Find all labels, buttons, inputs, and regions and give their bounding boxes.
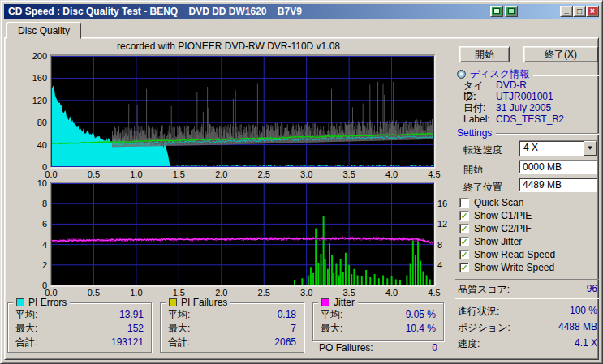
axis-tick-label: 12 [437,219,447,229]
speed-select-value: 4 X [519,141,584,156]
axis-tick-label: 0 [42,280,47,290]
axis-tick-label: 1.0 [130,288,142,298]
position-value: 4488 MB [558,321,597,335]
divider [455,298,599,299]
stat-label: 平均: [321,308,342,322]
checkbox-show-c2-pif[interactable]: ✓Show C2/PIF [459,222,599,235]
checkbox-quick-scan[interactable]: Quick Scan [459,196,599,209]
axis-tick-label: 8 [42,199,47,208]
stat-box-title: PI Failures [181,297,227,308]
position-label: ポジション: [458,321,510,335]
checkbox-label: Quick Scan [474,197,523,208]
read-speed-value: 4.1 X [575,337,597,351]
checkbox-show-read-speed[interactable]: ✓Show Read Speed [459,248,599,261]
divider [496,133,599,135]
disc-info-row: 日付:31 July 2005 [463,102,599,113]
close-button[interactable]: × [586,6,599,17]
settings-header: Settings [457,127,599,139]
stat-value: 0.18 [278,308,296,322]
axis-tick-label: 8 [437,240,442,250]
start-position-label: 開始 [463,163,483,177]
stat-label: 最大: [15,322,37,336]
stat-box-legend: Jitter [318,297,358,308]
stat-value: 152 [127,322,144,336]
disc-info-label: 日付: [463,102,496,113]
jitter-color-swatch [321,298,329,306]
axis-tick-label: 4.0 [385,288,398,298]
quality-score-row: 品質スコア: 96 [458,283,597,297]
window-title: CD Speed : Disc Quality Test - BENQ DVD … [8,6,302,17]
checkbox-show-write-speed[interactable]: ✓Show Write Speed [459,261,599,274]
axis-tick-label: 120 [32,96,47,105]
checkbox-label: Show Write Speed [474,262,554,273]
app-window: CD Speed : Disc Quality Test - BENQ DVD … [0,0,603,364]
axis-tick-label: 3.0 [300,169,312,179]
checkbox-show-c1-pie[interactable]: ✓Show C1/PIE [459,209,599,222]
capture-button[interactable] [490,6,503,17]
exit-button[interactable]: 終了(X) [523,46,598,62]
axis-tick-label: 2 [42,260,47,270]
divider [533,75,599,76]
chart-title: recorded with PIONEER DVD-RW DVR-110D v1… [7,41,450,52]
checkbox-box[interactable]: ✓ [459,263,469,272]
speed-select[interactable]: 4 X ▼ [519,140,597,156]
tab-disc-quality[interactable]: Disc Quality [6,22,81,39]
stat-value: 10.4 % [406,322,436,336]
checkbox-label: Show Read Speed [474,249,555,260]
stat-row: 合計:193121 [8,336,151,349]
pi-failures-color-swatch [169,298,177,306]
checkbox-box[interactable]: ✓ [459,250,469,259]
disc-info-label: タイプ: [463,79,496,91]
axis-tick-label: 160 [32,73,47,83]
stat-row: 平均:13.91 [8,308,151,322]
axis-tick-label: 80 [37,118,47,127]
stat-value: 9.05 % [406,308,436,322]
checkbox-box[interactable]: ✓ [459,211,469,221]
checkbox-show-jitter[interactable]: ✓Show Jitter [459,235,599,248]
checkbox-box[interactable]: ✓ [459,224,469,233]
disc-info-value: 31 July 2005 [496,102,551,113]
save-icon [508,8,515,14]
settings-header-label: Settings [457,127,492,139]
pi-errors-color-swatch [16,298,24,306]
checkbox-box[interactable] [459,198,469,208]
save-image-button[interactable] [505,6,518,17]
read-speed-label: 速度: [458,337,480,351]
stat-row: 最大:7 [161,322,304,336]
disc-info-label: ID: [463,91,496,102]
checkbox-label: Show C2/PIF [474,223,532,234]
checkbox-list: Quick Scan✓Show C1/PIE✓Show C2/PIF✓Show … [459,196,599,274]
axis-tick-label: 3.0 [300,288,312,298]
capture-icon [493,8,500,14]
stat-row: 合計:2065 [161,336,304,349]
checkbox-box[interactable]: ✓ [459,237,469,246]
divider [455,279,599,280]
disc-info-row: タイプ:DVD-R [463,79,599,91]
po-failures-value: 0 [432,342,437,353]
end-position-input[interactable] [519,178,597,192]
disc-info-value: DVD-R [496,79,527,91]
axis-tick-label: 4.0 [385,169,398,179]
stat-box-legend: PI Errors [13,297,70,308]
maximize-button[interactable]: □ [573,6,586,17]
axis-tick-label: 2.5 [258,288,270,298]
start-button[interactable]: 開始 [459,46,510,62]
disc-info-row: Label:CDS_TEST_B2 [463,113,599,125]
axis-tick-label: 2.5 [258,169,270,179]
start-position-input[interactable] [519,160,597,174]
checkbox-label: Show Jitter [474,236,522,247]
transfer-speed-label: 転送速度 [463,143,502,157]
stat-box-pi-errors: PI Errors平均:13.91最大:152合計:193121 [7,302,152,353]
axis-tick-label: 4.5 [428,288,440,298]
minimize-button[interactable]: _ [560,6,573,17]
axis-tick-label: 1.0 [130,169,142,179]
disc-info-label: Label: [463,113,496,125]
stat-box-title: PI Errors [28,297,67,308]
stat-value: 13.91 [119,308,144,322]
stat-label: 平均: [168,308,190,322]
chevron-down-icon[interactable]: ▼ [584,141,597,156]
axis-tick-label: 0.5 [88,169,100,179]
jitter-pif-chart: 0.00.51.01.52.02.53.03.54.04.50246810481… [7,179,450,304]
progress-label: 進行状況: [458,305,499,319]
axis-tick-label: 1.5 [173,169,185,179]
